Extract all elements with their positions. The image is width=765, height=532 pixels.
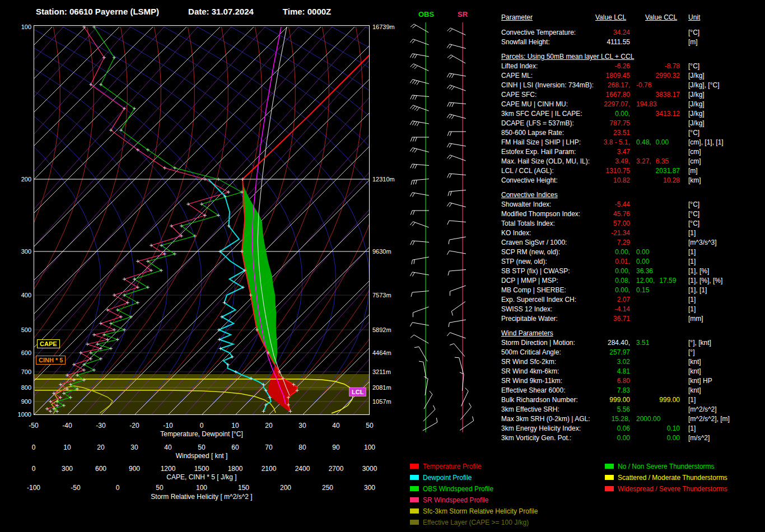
parameter-row: SB STP (fix) | CWASP:0.00,36.36[1], [%] [501, 267, 764, 277]
widespread-severe-label: Widespread / Severe Thunderstorms [618, 485, 727, 493]
value-lcl: 2.07 [568, 296, 630, 304]
section-title: Parcels: Using 50mB mean layer LCL + CCL [501, 53, 764, 62]
parameter-row: CAPE ML:1809.452990.32[J/kg] [501, 72, 764, 81]
parameter-label: Bulk Richardson Number: [501, 396, 578, 404]
pressure-tick-label: 900 [12, 398, 31, 405]
parameter-row: SR Wind 4km-6km:4.81[knt] [501, 367, 764, 377]
unit-label: [J/kg] [688, 100, 705, 108]
sr-wind-barb [449, 269, 466, 271]
parameter-label: DCP | MMP | MSP: [501, 277, 558, 284]
parameter-row: SWISS 12 Index:-4.14[1] [501, 305, 764, 315]
parameter-row: Convective Height:10.8210.28[km] [501, 176, 764, 186]
axis-tick-label: 20 [265, 422, 272, 430]
parameter-row: LCL / CCL (AGL):1310.752031.87[m] [501, 167, 764, 176]
pressure-tick-label: 400 [12, 292, 31, 298]
height-tick-label: 9630m [372, 248, 391, 255]
unit-label: [knt] [688, 358, 701, 366]
legend-temperature-profile: Temperature Profile [410, 463, 482, 470]
unit-label: [m^2/s^2] [688, 405, 717, 413]
axis-tick-label: 80 [298, 444, 306, 451]
unit-label: [J/kg] [688, 72, 705, 80]
height-tick-label: 4464m [372, 349, 391, 356]
parameter-row: SCP RM (new, old):0.00,0.00[1] [501, 248, 764, 258]
parameter-row: KO Index:-21.34[1] [501, 229, 764, 239]
value-lcl: 57.00 [568, 220, 630, 227]
axis-tick-label: 0 [116, 484, 120, 492]
legend-dewpoint-profile: Dewpoint Profile [410, 474, 472, 482]
obs-wind-barb [412, 121, 429, 124]
axis-tick-label: -20 [129, 422, 139, 430]
unit-label: [°C] [688, 62, 699, 70]
parameters-rows: Convective Temperature:34.24[°C]Snowfall… [501, 23, 764, 444]
sr-wind-barb [454, 344, 465, 357]
parameters-header: Parameter Value LCL Value CCL Unit [501, 13, 764, 23]
legend-effective-layer: Effective Layer (CAPE >= 100 J/kg) [410, 519, 529, 526]
parameter-label: 3km Effective SRH: [501, 405, 559, 413]
value-lcl: 36.71 [568, 315, 630, 323]
pressure-tick-label: 600 [12, 349, 31, 356]
section-title: Convective Indices [501, 191, 764, 200]
unit-label: [m^3/s^3] [688, 239, 717, 246]
value-lcl: 3.47 [568, 148, 630, 156]
value-ccl: 0.15 [636, 286, 680, 294]
parameter-row: 3km SFC CAPE | IL CAPE:0.00,3413.12[J/kg… [501, 110, 764, 119]
axis-tick-label: -10 [163, 422, 172, 430]
no-severe-swatch [605, 464, 614, 469]
axis-tick-label: 0 [32, 444, 36, 451]
axis-tick-label: 100 [364, 444, 375, 451]
lcl-annotation: LCL [349, 388, 366, 396]
obs-wind-barb [414, 24, 428, 32]
no-severe-label: No / Non Severe Thunderstorms [618, 463, 715, 470]
value-lcl: 7.29 [568, 239, 630, 246]
section-title: Wind Parameters [501, 329, 764, 339]
value-lcl: 7.83 [568, 386, 630, 394]
obs-wind-barb [412, 54, 429, 57]
obs-windspeed-profile-swatch [410, 486, 419, 491]
axis-tick-label: 300 [364, 484, 375, 492]
parameter-row: 500m Critical Angle:257.97[°] [501, 348, 764, 358]
parameter-label: SCP RM (new, old): [501, 248, 560, 256]
value-ccl: 194.83 [636, 100, 680, 108]
parameter-label: SB STP (fix) | CWASP: [501, 267, 570, 275]
parameter-row: Effective Shear 6000:7.83[knt] [501, 386, 764, 396]
height-tick-label: 16739m [372, 24, 395, 30]
parameter-label: Convective Height: [501, 176, 558, 184]
axis-tick-label: 40 [332, 422, 339, 430]
value-ccl: 3.51 [636, 339, 680, 347]
cape-axis-label: CAPE, CINH * 5 [ J/kg ] [166, 473, 236, 481]
value-lcl: 4111.55 [568, 38, 630, 46]
obs-wind-barb [412, 179, 429, 180]
sr-windspeed-profile-label: SR Windspeed Profile [423, 496, 488, 504]
obs-wind-barb [412, 257, 429, 260]
dewpoint-profile-label: Dewpoint Profile [423, 474, 472, 482]
value-lcl: 23.51 [568, 129, 630, 137]
sr-windspeed-profile-swatch [410, 497, 419, 502]
unit-label: [J/kg] [688, 91, 705, 99]
sr-wind-barb [451, 55, 465, 63]
value-ccl: 0.00 [636, 258, 680, 265]
obs-wind-barb [413, 105, 428, 111]
axis-tick-label: 20 [97, 444, 104, 451]
legend-sfc-3km-srh-profile: Sfc-3km Storm Relative Helicity Profile [410, 507, 538, 515]
value-lcl: 2297.07, [568, 100, 630, 108]
axis-tick-label: -50 [29, 422, 38, 430]
axis-tick-label: 150 [238, 484, 249, 492]
unit-label: [°C] [688, 220, 699, 227]
cinh-annotation: CINH * 5 [36, 356, 66, 365]
pressure-tick-label: 300 [12, 248, 31, 255]
parameter-row: Exp. Supercell Index CH:2.07[1] [501, 296, 764, 305]
sr-wind-barb [449, 190, 466, 192]
parameter-row: SR Wind Sfc-2km:3.02[knt] [501, 358, 764, 367]
axis-tick-label: 50 [156, 484, 163, 492]
axis-tick-label: 100 [196, 484, 207, 492]
value-lcl: 0.00, [568, 248, 630, 256]
value-lcl: 3.49, [568, 157, 630, 165]
obs-wind-barb [413, 222, 428, 227]
value-ccl: 2031.87 [636, 167, 680, 175]
sr-wind-barb [461, 391, 468, 406]
value-lcl: -6.26 [568, 62, 630, 70]
sr-wind-barb [449, 320, 466, 323]
axis-tick-label: -30 [96, 422, 105, 430]
height-tick-label: 12310m [372, 176, 395, 183]
value-lcl: 257.97 [568, 348, 630, 356]
